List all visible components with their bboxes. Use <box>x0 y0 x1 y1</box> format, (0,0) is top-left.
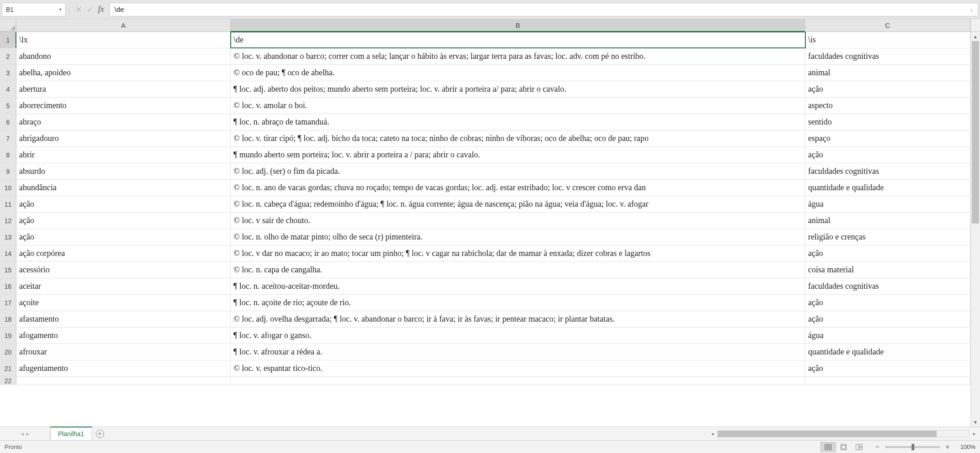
scroll-up-icon[interactable]: ▲ <box>971 32 980 41</box>
cell-b1[interactable]: \de <box>231 32 805 48</box>
cell-b7[interactable]: © loc. v. tirar cipó; ¶ loc. adj. bicho … <box>231 130 805 146</box>
cell-a6[interactable]: abraço <box>16 114 231 130</box>
row-header[interactable]: 4 <box>0 81 16 97</box>
enter-icon[interactable]: ✓ <box>87 5 93 15</box>
sheet-nav-prev-icon[interactable]: ◂ <box>21 431 24 437</box>
row-header[interactable]: 7 <box>0 130 16 146</box>
row-header[interactable]: 11 <box>0 196 16 212</box>
cell-c8[interactable]: ação <box>805 147 970 163</box>
cell-a16[interactable]: aceitar <box>16 278 231 294</box>
cell-a13[interactable]: ação <box>16 229 231 245</box>
sheet-nav-next-icon[interactable]: ▸ <box>26 431 29 437</box>
row-header[interactable]: 12 <box>0 213 16 229</box>
cell-c22[interactable] <box>805 377 970 385</box>
cell-b15[interactable]: © loc. n. capa de cangalha. <box>231 262 805 278</box>
cell-b8[interactable]: ¶ mundo aberto sem porteira; loc. v. abr… <box>231 147 805 163</box>
cell-a12[interactable]: ação <box>16 213 231 229</box>
cell-a11[interactable]: ação <box>16 196 231 212</box>
scroll-track[interactable] <box>971 41 980 417</box>
cell-a8[interactable]: abrir <box>16 147 231 163</box>
cell-a21[interactable]: afugentamento <box>16 360 231 376</box>
cell-a18[interactable]: afastamento <box>16 311 231 327</box>
cell-a10[interactable]: abundância <box>16 180 231 196</box>
hscroll-thumb[interactable] <box>718 431 937 437</box>
row-header[interactable]: 16 <box>0 278 16 294</box>
row-header[interactable]: 22 <box>0 377 16 385</box>
row-header[interactable]: 19 <box>0 328 16 344</box>
cell-c11[interactable]: água <box>805 196 970 212</box>
cell-a7[interactable]: abrigadouro <box>16 130 231 146</box>
row-header[interactable]: 8 <box>0 147 16 163</box>
sheet-tab-active[interactable]: Planilha1 <box>50 427 92 440</box>
cell-c17[interactable]: ação <box>805 295 970 311</box>
cell-a15[interactable]: acessório <box>16 262 231 278</box>
column-header-c[interactable]: C <box>805 19 970 31</box>
cell-a1[interactable]: \lx <box>16 32 231 48</box>
row-header[interactable]: 20 <box>0 344 16 360</box>
cell-c18[interactable]: ação <box>805 311 970 327</box>
cancel-icon[interactable]: ✕ <box>75 5 82 15</box>
cell-c3[interactable]: animal <box>805 65 970 81</box>
cell-b20[interactable]: ¶ loc. v. afrouxar a rédea a. <box>231 344 805 360</box>
sheet-nav[interactable]: ◂ ▸ <box>0 427 50 440</box>
row-header[interactable]: 9 <box>0 163 16 179</box>
zoom-slider-thumb[interactable] <box>912 444 914 450</box>
cell-b22[interactable] <box>231 377 805 385</box>
new-sheet-button[interactable]: + <box>92 427 108 440</box>
scroll-right-icon[interactable]: ▸ <box>970 431 978 436</box>
row-header[interactable]: 2 <box>0 48 16 64</box>
cell-b17[interactable]: ¶ loc. n. açoite de rio; açoute de rio. <box>231 295 805 311</box>
cell-b16[interactable]: ¶ loc. n. aceitou-aceitar-mordeu. <box>231 278 805 294</box>
cell-a19[interactable]: afogamento <box>16 328 231 344</box>
cell-a2[interactable]: abandono <box>16 48 231 64</box>
cell-b21[interactable]: © loc. v. espantar tico-tico. <box>231 360 805 376</box>
cell-c12[interactable]: animal <box>805 213 970 229</box>
cell-a4[interactable]: abertura <box>16 81 231 97</box>
row-header[interactable]: 5 <box>0 98 16 114</box>
cell-c21[interactable]: ação <box>805 360 970 376</box>
cell-a5[interactable]: aborrecimento <box>16 98 231 114</box>
formula-input[interactable]: \de ⌄ <box>109 3 978 16</box>
cell-b6[interactable]: ¶ loc. n. abraço de tamanduá. <box>231 114 805 130</box>
cell-a9[interactable]: absurdo <box>16 163 231 179</box>
cell-b9[interactable]: © loc. adj. (ser) o fim da picada. <box>231 163 805 179</box>
zoom-out-button[interactable]: − <box>874 443 881 451</box>
scroll-left-icon[interactable]: ◂ <box>708 431 716 436</box>
cell-c6[interactable]: sentido <box>805 114 970 130</box>
cell-b13[interactable]: © loc. n. olho de matar pinto; olho de s… <box>231 229 805 245</box>
vertical-scrollbar[interactable]: ▲ ▼ <box>970 32 980 427</box>
cell-c9[interactable]: faculdades cognitivas <box>805 163 970 179</box>
row-header[interactable]: 3 <box>0 65 16 81</box>
cell-c19[interactable]: água <box>805 328 970 344</box>
column-header-a[interactable]: A <box>16 19 231 31</box>
cell-a14[interactable]: ação corpórea <box>16 245 231 261</box>
scroll-down-icon[interactable]: ▼ <box>971 417 980 427</box>
cell-b18[interactable]: © loc. adj. ovelha desgarrada; ¶ loc. v.… <box>231 311 805 327</box>
row-header[interactable]: 21 <box>0 360 16 376</box>
cell-c7[interactable]: espaço <box>805 130 970 146</box>
row-header[interactable]: 17 <box>0 295 16 311</box>
cell-c4[interactable]: ação <box>805 81 970 97</box>
row-header[interactable]: 15 <box>0 262 16 278</box>
cell-a20[interactable]: afrouxar <box>16 344 231 360</box>
view-page-layout-button[interactable] <box>836 442 851 452</box>
cell-b2[interactable]: © loc. v. abandonar o barco; correr com … <box>231 48 805 64</box>
name-box[interactable]: B1 ▾ <box>2 3 66 16</box>
row-header[interactable]: 6 <box>0 114 16 130</box>
cell-c10[interactable]: quantidade e qualidade <box>805 180 970 196</box>
row-header[interactable]: 13 <box>0 229 16 245</box>
zoom-in-button[interactable]: + <box>944 443 951 451</box>
cell-c20[interactable]: quantidade e qualidade <box>805 344 970 360</box>
fx-icon[interactable]: fx <box>98 5 104 14</box>
cell-b5[interactable]: © loc. v. amolar o boi. <box>231 98 805 114</box>
cell-a17[interactable]: açoite <box>16 295 231 311</box>
row-header[interactable]: 1 <box>0 32 16 48</box>
view-page-break-button[interactable] <box>851 442 867 452</box>
cell-a3[interactable]: abelha, apoídeo <box>16 65 231 81</box>
cell-b14[interactable]: © loc. v dar no macaco; ir ao mato; toca… <box>231 245 805 261</box>
cell-a22[interactable] <box>16 377 231 385</box>
cell-b11[interactable]: © loc. n. cabeça d'água; redemoinho d'ág… <box>231 196 805 212</box>
row-header[interactable]: 18 <box>0 311 16 327</box>
row-header[interactable]: 14 <box>0 245 16 261</box>
select-all-corner[interactable] <box>0 19 16 31</box>
